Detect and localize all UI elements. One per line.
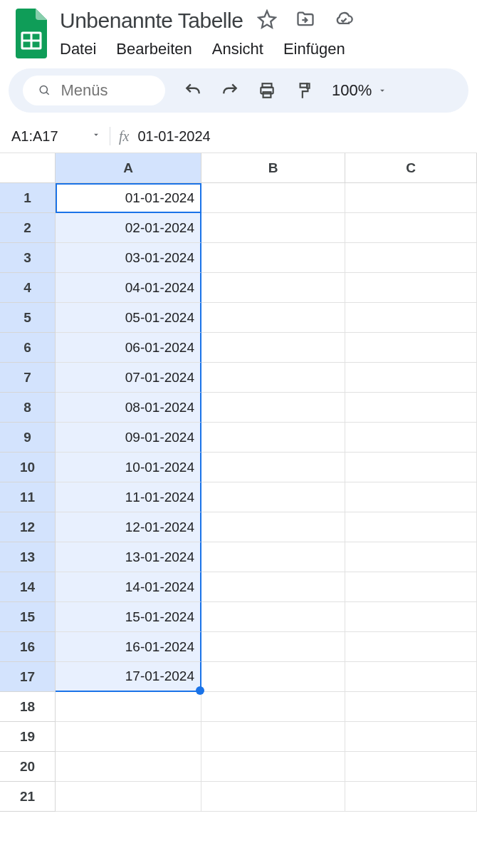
cell-A2[interactable]: 02-01-2024 <box>56 213 201 243</box>
cell-B1[interactable] <box>201 183 345 213</box>
cell-A21[interactable] <box>56 782 201 812</box>
cell-B14[interactable] <box>201 572 345 602</box>
cell-A7[interactable]: 07-01-2024 <box>56 363 201 393</box>
row-header-8[interactable]: 8 <box>0 393 56 423</box>
cell-C9[interactable] <box>345 423 477 453</box>
cell-B13[interactable] <box>201 542 345 572</box>
row-header-5[interactable]: 5 <box>0 303 56 333</box>
menu-search[interactable] <box>23 76 165 105</box>
menu-insert[interactable]: Einfügen <box>283 40 345 58</box>
name-box[interactable]: A1:A17 <box>11 128 83 145</box>
row-header-11[interactable]: 11 <box>0 482 56 512</box>
select-all-corner[interactable] <box>0 153 56 183</box>
cell-C20[interactable] <box>345 752 477 782</box>
row-header-17[interactable]: 17 <box>0 662 56 692</box>
cell-B12[interactable] <box>201 512 345 542</box>
cell-A16[interactable]: 16-01-2024 <box>56 632 201 662</box>
cell-B7[interactable] <box>201 363 345 393</box>
cloud-status-icon[interactable] <box>334 9 354 32</box>
cell-C21[interactable] <box>345 782 477 812</box>
cell-C10[interactable] <box>345 453 477 482</box>
cell-B10[interactable] <box>201 453 345 482</box>
cell-C8[interactable] <box>345 393 477 423</box>
row-header-13[interactable]: 13 <box>0 542 56 572</box>
cell-A10[interactable]: 10-01-2024 <box>56 453 201 482</box>
cell-A12[interactable]: 12-01-2024 <box>56 512 201 542</box>
cell-B20[interactable] <box>201 752 345 782</box>
row-header-10[interactable]: 10 <box>0 453 56 482</box>
zoom-selector[interactable]: 100% <box>332 81 387 100</box>
print-button[interactable] <box>258 81 276 100</box>
cell-B5[interactable] <box>201 303 345 333</box>
cell-C5[interactable] <box>345 303 477 333</box>
document-title[interactable]: Unbenannte Tabelle <box>60 9 243 33</box>
row-header-3[interactable]: 3 <box>0 243 56 273</box>
cell-A11[interactable]: 11-01-2024 <box>56 482 201 512</box>
row-header-9[interactable]: 9 <box>0 423 56 453</box>
cell-C17[interactable] <box>345 662 477 692</box>
fill-handle[interactable] <box>196 686 204 695</box>
paint-format-button[interactable] <box>295 81 313 100</box>
row-header-12[interactable]: 12 <box>0 512 56 542</box>
cell-A20[interactable] <box>56 752 201 782</box>
cell-C12[interactable] <box>345 512 477 542</box>
cell-A4[interactable]: 04-01-2024 <box>56 273 201 303</box>
undo-button[interactable] <box>184 81 202 100</box>
cell-A13[interactable]: 13-01-2024 <box>56 542 201 572</box>
cell-C4[interactable] <box>345 273 477 303</box>
cell-C1[interactable] <box>345 183 477 213</box>
row-header-6[interactable]: 6 <box>0 333 56 363</box>
cell-B16[interactable] <box>201 632 345 662</box>
cell-C14[interactable] <box>345 572 477 602</box>
row-header-2[interactable]: 2 <box>0 213 56 243</box>
row-header-14[interactable]: 14 <box>0 572 56 602</box>
cell-B19[interactable] <box>201 722 345 752</box>
menu-view[interactable]: Ansicht <box>212 40 263 58</box>
row-header-19[interactable]: 19 <box>0 722 56 752</box>
redo-button[interactable] <box>221 81 239 100</box>
cell-A18[interactable] <box>56 692 201 722</box>
cell-C13[interactable] <box>345 542 477 572</box>
cell-B17[interactable] <box>201 662 345 692</box>
menu-search-input[interactable] <box>61 81 150 100</box>
formula-input[interactable]: 01-01-2024 <box>137 128 210 145</box>
cell-C3[interactable] <box>345 243 477 273</box>
cell-A1[interactable]: 01-01-2024 <box>56 183 201 213</box>
cell-B15[interactable] <box>201 602 345 632</box>
cell-B3[interactable] <box>201 243 345 273</box>
column-header-B[interactable]: B <box>201 153 345 183</box>
cell-B21[interactable] <box>201 782 345 812</box>
cell-A15[interactable]: 15-01-2024 <box>56 602 201 632</box>
cell-B4[interactable] <box>201 273 345 303</box>
cell-B6[interactable] <box>201 333 345 363</box>
row-header-4[interactable]: 4 <box>0 273 56 303</box>
cell-C18[interactable] <box>345 692 477 722</box>
cell-B2[interactable] <box>201 213 345 243</box>
cell-B11[interactable] <box>201 482 345 512</box>
cell-A5[interactable]: 05-01-2024 <box>56 303 201 333</box>
spreadsheet-grid[interactable]: ABC101-01-2024202-01-2024303-01-2024404-… <box>0 153 477 812</box>
row-header-16[interactable]: 16 <box>0 632 56 662</box>
cell-C19[interactable] <box>345 722 477 752</box>
cell-A8[interactable]: 08-01-2024 <box>56 393 201 423</box>
row-header-15[interactable]: 15 <box>0 602 56 632</box>
cell-C15[interactable] <box>345 602 477 632</box>
move-folder-icon[interactable] <box>295 9 315 32</box>
cell-C7[interactable] <box>345 363 477 393</box>
cell-A3[interactable]: 03-01-2024 <box>56 243 201 273</box>
column-header-C[interactable]: C <box>345 153 477 183</box>
cell-C6[interactable] <box>345 333 477 363</box>
row-header-18[interactable]: 18 <box>0 692 56 722</box>
cell-C2[interactable] <box>345 213 477 243</box>
name-box-dropdown[interactable] <box>91 130 101 143</box>
star-icon[interactable] <box>257 9 277 32</box>
cell-B8[interactable] <box>201 393 345 423</box>
row-header-7[interactable]: 7 <box>0 363 56 393</box>
row-header-1[interactable]: 1 <box>0 183 56 213</box>
cell-A14[interactable]: 14-01-2024 <box>56 572 201 602</box>
cell-C16[interactable] <box>345 632 477 662</box>
cell-B9[interactable] <box>201 423 345 453</box>
row-header-20[interactable]: 20 <box>0 752 56 782</box>
menu-file[interactable]: Datei <box>60 40 96 58</box>
menu-edit[interactable]: Bearbeiten <box>116 40 192 58</box>
